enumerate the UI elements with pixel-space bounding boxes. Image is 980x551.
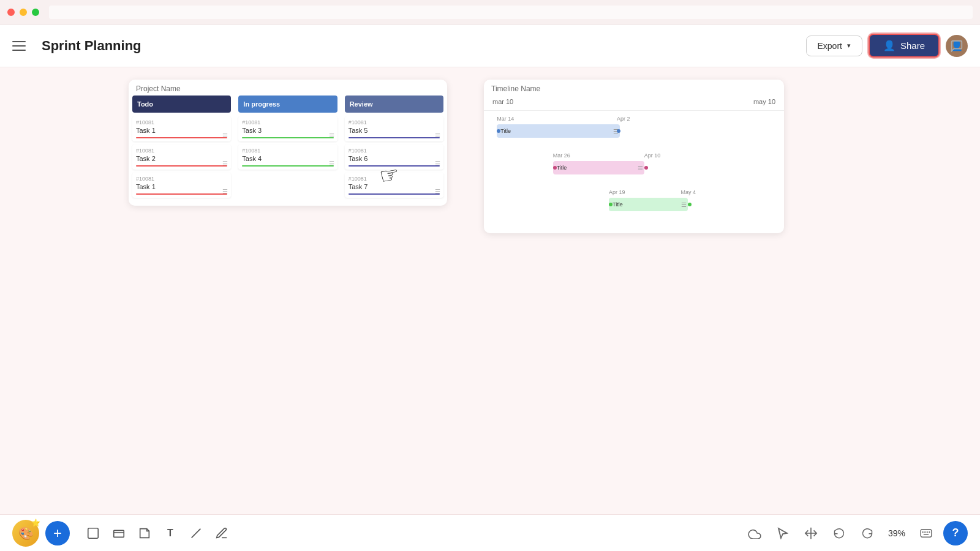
timeline-bar-3[interactable]: Title ☰	[609, 198, 688, 211]
page-title: Sprint Planning	[42, 38, 796, 54]
sticky-note-tool[interactable]	[134, 522, 156, 544]
select-tool[interactable]	[772, 522, 794, 544]
tl-start-2: Mar 26	[553, 152, 570, 159]
add-button[interactable]: +	[45, 521, 70, 545]
app-logo: 🎨 ⭐	[12, 520, 39, 547]
timeline-start-date: mar 10	[492, 98, 513, 105]
timeline-body: Mar 14 Apr 2 Title ☰ Mar 26 Apr 10 Title…	[484, 111, 784, 233]
svg-rect-4	[921, 529, 932, 536]
undo-button[interactable]	[828, 522, 850, 544]
zoom-level: 39%	[884, 528, 909, 538]
note-tool[interactable]	[108, 522, 130, 544]
table-row[interactable]: #10081 Task 1 ☰	[132, 116, 231, 141]
svg-line-3	[192, 528, 201, 538]
table-row[interactable]: #10081 Task 4 ☰	[238, 144, 337, 170]
svg-rect-1	[114, 530, 124, 537]
timeline-widget: Timeline Name mar 10 may 10 Mar 14 Apr 2…	[484, 80, 784, 233]
table-row[interactable]: #10081 Task 1 ☰	[132, 173, 231, 198]
card-menu-icon[interactable]: ☰	[435, 188, 440, 195]
maximize-traffic-light[interactable]	[32, 9, 39, 16]
share-button[interactable]: 👤 Share	[869, 34, 940, 58]
card-menu-icon[interactable]: ☰	[222, 160, 228, 167]
table-row[interactable]: #10081 Task 5 ☰	[345, 116, 443, 141]
line-tool[interactable]	[185, 522, 207, 544]
table-row[interactable]: #10081 Task 2 ☰	[132, 144, 231, 170]
svg-rect-0	[88, 528, 99, 538]
share-person-icon: 👤	[883, 40, 895, 51]
tl-start-3: Apr 19	[609, 189, 625, 195]
tl-start-1: Mar 14	[497, 116, 514, 122]
rectangle-tool[interactable]	[82, 522, 104, 544]
timeline-label: Timeline Name	[484, 80, 784, 96]
tl-end-3: May 4	[680, 189, 696, 195]
chevron-down-icon: ▾	[847, 42, 851, 50]
timeline-end-date: may 10	[753, 98, 775, 105]
card-menu-icon[interactable]: ☰	[435, 132, 440, 138]
kanban-widget: Project Name Todo #10081 Task 1 ☰ #10081…	[129, 80, 447, 206]
close-traffic-light[interactable]	[7, 9, 15, 16]
table-row[interactable]: #10081 Task 6 ☰	[345, 144, 443, 170]
card-menu-icon[interactable]: ☰	[222, 132, 228, 138]
star-icon: ⭐	[31, 519, 40, 527]
timeline-bar-1[interactable]: Title ☰	[497, 124, 619, 138]
export-button[interactable]: Export ▾	[806, 36, 862, 56]
header-actions: Export ▾ 👤 Share 👤	[806, 34, 968, 58]
table-row[interactable]: #10081 Task 3 ☰	[238, 116, 337, 141]
col-review-header: Review	[345, 96, 443, 113]
kanban-col-inprogress: In progress #10081 Task 3 ☰ #10081 Task …	[235, 96, 341, 206]
export-label: Export	[818, 41, 842, 51]
card-menu-icon[interactable]: ☰	[329, 160, 334, 167]
help-button[interactable]: ?	[943, 521, 968, 545]
col-inprogress-header: In progress	[238, 96, 337, 113]
tl-end-2: Apr 10	[644, 152, 661, 159]
card-menu-icon[interactable]: ☰	[222, 188, 228, 195]
keyboard-shortcut-button[interactable]	[915, 522, 937, 544]
col-todo-header: Todo	[132, 96, 231, 113]
move-tool[interactable]	[800, 522, 822, 544]
timeline-header: mar 10 may 10	[484, 96, 784, 111]
timeline-bar-2[interactable]: Title ☰	[553, 161, 644, 174]
redo-button[interactable]	[856, 522, 878, 544]
toolbar-right: 39% ?	[744, 521, 968, 545]
header: Sprint Planning Export ▾ 👤 Share 👤	[0, 24, 980, 67]
timeline-bar-menu-icon[interactable]: ☰	[638, 165, 643, 171]
url-bar[interactable]	[49, 6, 973, 19]
card-menu-icon[interactable]: ☰	[435, 160, 440, 167]
toolbar: 🎨 ⭐ + T 39%	[0, 514, 980, 551]
minimize-traffic-light[interactable]	[20, 9, 27, 16]
title-bar	[0, 0, 980, 24]
kanban-columns: Todo #10081 Task 1 ☰ #10081 Task 2 ☰ #10…	[129, 96, 447, 206]
menu-button[interactable]	[12, 36, 32, 56]
tl-end-1: Apr 2	[617, 116, 630, 122]
cloud-button[interactable]	[744, 522, 766, 544]
kanban-col-review: Review #10081 Task 5 ☰ #10081 Task 6 ☰ #…	[341, 96, 447, 206]
text-tool[interactable]: T	[159, 522, 181, 544]
kanban-label: Project Name	[129, 80, 447, 96]
pen-tool[interactable]	[211, 522, 233, 544]
card-menu-icon[interactable]: ☰	[329, 132, 334, 138]
comment-button[interactable]	[946, 35, 968, 57]
canvas[interactable]: Project Name Todo #10081 Task 1 ☰ #10081…	[0, 67, 980, 514]
kanban-col-todo: Todo #10081 Task 1 ☰ #10081 Task 2 ☰ #10…	[129, 96, 235, 206]
share-label: Share	[900, 40, 925, 51]
timeline-bar-menu-icon[interactable]: ☰	[681, 201, 687, 208]
table-row[interactable]: #10081 Task 7 ☰	[345, 173, 443, 198]
